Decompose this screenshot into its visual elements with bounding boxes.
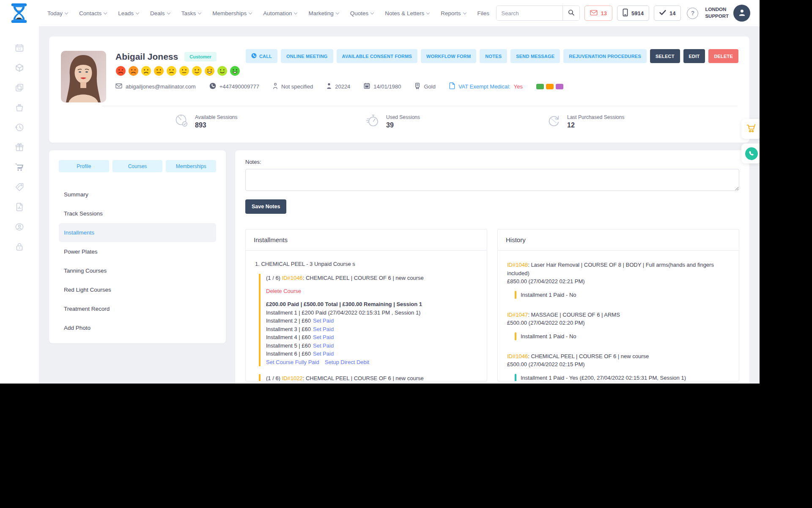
nav-notes-letters[interactable]: Notes & Letters	[385, 10, 429, 17]
chevron-down-icon	[104, 11, 107, 14]
workflow-form-button[interactable]: WORKFLOW FORM	[421, 49, 476, 63]
tab-profile[interactable]: Profile	[59, 160, 109, 172]
sidebar-cart-icon[interactable]	[15, 163, 24, 172]
history-id-link[interactable]: ID#1047	[507, 312, 528, 318]
delete-course-link[interactable]: Delete Course	[266, 288, 478, 294]
delete-button[interactable]: DELETE	[708, 49, 738, 63]
sms-badge[interactable]: 5914	[617, 6, 649, 21]
sidebar-calendar-icon[interactable]: 12	[15, 43, 24, 52]
edit-button[interactable]: EDIT	[683, 49, 705, 63]
satisfaction-emoji-2[interactable]	[128, 66, 139, 76]
stat-value: 12	[567, 121, 624, 129]
online-meeting-button[interactable]: ONLINE MEETING	[281, 49, 333, 63]
send-message-button[interactable]: SEND MESSAGE	[510, 49, 560, 63]
satisfaction-emoji-1[interactable]	[115, 66, 126, 76]
tag-swatch-purple[interactable]	[556, 84, 563, 89]
sidebar-report-icon[interactable]	[15, 202, 24, 212]
course-id-link[interactable]: ID#1022	[282, 375, 303, 381]
satisfaction-emoji-10[interactable]	[230, 66, 240, 76]
satisfaction-emoji-3[interactable]	[141, 66, 151, 76]
sidebar-copy-icon[interactable]	[15, 83, 24, 92]
notes-textarea[interactable]	[245, 169, 739, 191]
customer-phone[interactable]: +447490009777	[209, 83, 259, 91]
nav-memberships[interactable]: Memberships	[212, 10, 252, 17]
menu-item-power-plates[interactable]: Power Plates	[59, 242, 216, 261]
nav-label: Reports	[441, 10, 461, 17]
setup-direct-debit-link[interactable]: Setup Direct Debit	[325, 358, 370, 367]
customer-id-text: 20224	[335, 83, 350, 90]
select-button[interactable]: SELECT	[650, 49, 680, 63]
tag-swatch-green[interactable]	[536, 84, 544, 89]
hourglass-logo[interactable]	[9, 3, 29, 24]
menu-item-add-photo[interactable]: Add Photo	[59, 318, 216, 337]
status-bar	[515, 291, 516, 299]
notes-button[interactable]: NOTES	[480, 49, 507, 63]
call-button[interactable]: CALL	[246, 49, 277, 63]
help-icon[interactable]: ?	[687, 8, 698, 19]
history-id-link[interactable]: ID#1048	[507, 262, 528, 268]
rejuvenation-procedures-button[interactable]: REJUVENATION PROCEDURES	[563, 49, 647, 63]
sidebar-package-icon[interactable]	[15, 63, 24, 72]
nav-deals[interactable]: Deals	[150, 10, 170, 17]
set-course-fully-paid-link[interactable]: Set Course Fully Paid	[266, 358, 319, 367]
menu-item-installments[interactable]: Installments	[59, 223, 216, 242]
nav-label: Files	[477, 10, 490, 17]
course-id-link[interactable]: ID#1046	[282, 275, 303, 281]
nav-reports[interactable]: Reports	[441, 10, 466, 17]
satisfaction-emoji-8[interactable]	[204, 66, 215, 76]
nav-contacts[interactable]: Contacts	[79, 10, 107, 17]
search-input[interactable]	[497, 6, 562, 20]
email-notifications-badge[interactable]: 13	[584, 6, 612, 21]
installment-row: Installment 2 | £60Set Paid	[266, 317, 478, 325]
search-button[interactable]	[562, 6, 579, 20]
envelope-icon	[115, 83, 122, 90]
satisfaction-emoji-5[interactable]	[166, 66, 177, 76]
nav-files[interactable]: Files	[477, 10, 490, 17]
customer-email[interactable]: abigailjones@mailinator.com	[115, 83, 196, 90]
nav-label: Deals	[150, 10, 165, 17]
tab-courses[interactable]: Courses	[112, 160, 163, 172]
satisfaction-emoji-4[interactable]	[154, 66, 164, 76]
vat-exempt-medical[interactable]: VAT Exempt Medical: Yes	[449, 82, 523, 91]
nav-label: Contacts	[79, 10, 102, 17]
history-id-link[interactable]: ID#1046	[507, 353, 528, 359]
user-avatar[interactable]	[733, 5, 750, 22]
set-paid-link[interactable]: Set Paid	[313, 351, 334, 357]
sidebar-history-icon[interactable]	[15, 123, 24, 132]
satisfaction-emoji-9[interactable]	[217, 66, 228, 76]
menu-item-red-light-courses[interactable]: Red Light Courses	[59, 280, 216, 299]
nav-quotes[interactable]: Quotes	[350, 10, 374, 17]
nav-tasks[interactable]: Tasks	[181, 10, 201, 17]
menu-item-track-sessions[interactable]: Track Sessions	[59, 204, 216, 223]
chevron-down-icon	[167, 11, 170, 14]
set-paid-link[interactable]: Set Paid	[313, 342, 334, 349]
sidebar-tags-icon[interactable]	[15, 182, 24, 192]
nav-leads[interactable]: Leads	[118, 10, 139, 17]
tag-swatch-orange[interactable]	[546, 84, 554, 89]
menu-item-tanning-courses[interactable]: Tanning Courses	[59, 261, 216, 280]
tab-memberships[interactable]: Memberships	[166, 160, 216, 172]
calendar-icon	[364, 83, 370, 90]
set-paid-link[interactable]: Set Paid	[313, 326, 334, 332]
consent-forms-button[interactable]: AVAILABLE CONSENT FORMS	[337, 49, 418, 63]
nav-automation[interactable]: Automation	[263, 10, 297, 17]
sidebar-agent-icon[interactable]	[15, 222, 24, 232]
menu-item-summary[interactable]: Summary	[59, 185, 216, 204]
save-notes-button[interactable]: Save Notes	[245, 199, 286, 214]
sidebar-gift-icon[interactable]	[15, 143, 24, 152]
nav-today[interactable]: Today	[47, 10, 68, 17]
sidebar-lock-icon[interactable]	[15, 242, 24, 251]
tier-text: Gold	[424, 83, 435, 90]
quick-cart-button[interactable]	[741, 119, 760, 139]
tasks-badge[interactable]: 14	[654, 6, 681, 21]
quick-call-button[interactable]	[741, 144, 760, 163]
set-paid-link[interactable]: Set Paid	[313, 334, 334, 340]
history-entry-2: ID#1047: MASSAGE | COURSE OF 6 | ARMS £5…	[507, 311, 730, 340]
satisfaction-emoji-6[interactable]	[179, 66, 189, 76]
set-paid-link[interactable]: Set Paid	[313, 318, 334, 324]
satisfaction-emoji-7[interactable]	[192, 66, 202, 76]
sidebar-shopping-bag-icon[interactable]	[15, 103, 24, 112]
nav-marketing[interactable]: Marketing	[308, 10, 338, 17]
menu-item-treatment-record[interactable]: Treatment Record	[59, 299, 216, 318]
stat-used-sessions: Used Sessions39	[364, 112, 420, 131]
